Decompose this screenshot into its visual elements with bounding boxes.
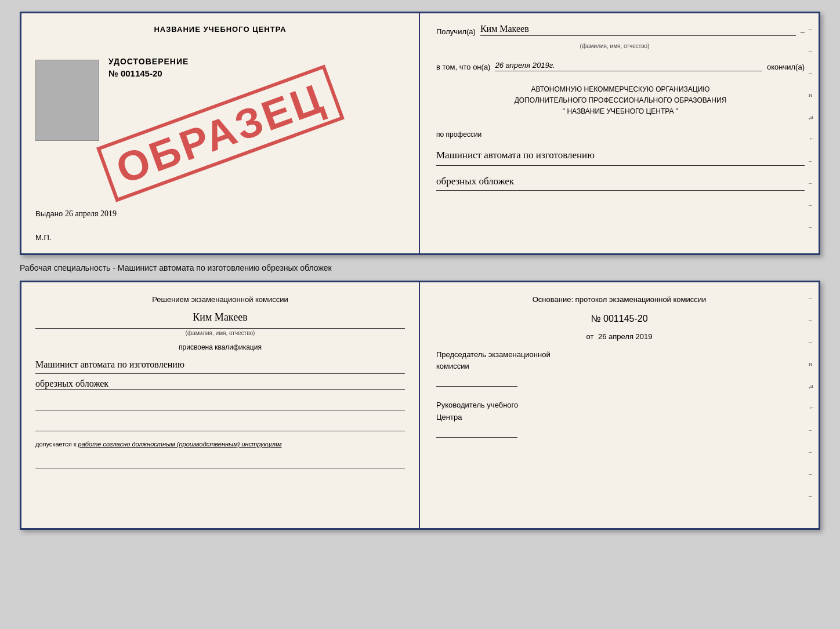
chairman-block: Председатель экзаменационной комиссии — [436, 349, 802, 387]
bottom-right-dashes: – – – и ,а ← – – – – — [809, 294, 815, 499]
received-row: Получил(а) Ким Макеев – — [436, 24, 805, 36]
date-ot: от — [586, 332, 593, 341]
org-block: АВТОНОМНУЮ НЕКОММЕРЧЕСКУЮ ОРГАНИЗАЦИЮ ДО… — [436, 84, 805, 118]
blank-line-short — [35, 457, 405, 468]
stamp-obrazec: ОБРАЗЕЦ — [96, 64, 344, 202]
cert-right-panel: Получил(а) Ким Макеев – (фамилия, имя, о… — [420, 13, 819, 253]
allowed-text-block: допускается к работе согласно должностны… — [35, 441, 405, 448]
date-label: в том, что он(а) — [436, 63, 490, 71]
manager-label1: Руководитель учебного — [436, 399, 802, 412]
bottom-certificate: Решением экзаменационной комиссии Ким Ма… — [20, 281, 820, 530]
issued-date-value: 26 апреля 2019 — [65, 209, 117, 218]
allowed-label: допускается к — [35, 441, 77, 448]
chairman-label1: Председатель экзаменационной — [436, 349, 802, 361]
commission-title: Решением экзаменационной комиссии — [35, 294, 405, 306]
allowed-text: работе согласно должностным (производств… — [78, 441, 282, 448]
qual-line1: Машинист автомата по изготовлению — [35, 356, 405, 374]
cert-bottom-left-panel: Решением экзаменационной комиссии Ким Ма… — [21, 282, 420, 528]
received-label: Получил(а) — [436, 27, 476, 36]
date-value: 26 апреля 2019г. — [495, 61, 555, 70]
blank-line-2 — [35, 417, 405, 431]
right-dashes: – – – и ,а ← – – – – — [809, 25, 815, 230]
photo-placeholder — [35, 60, 99, 141]
dash-after-name: – — [801, 27, 805, 36]
cert-number: № 001145-20 — [108, 68, 189, 78]
qual-line2: обрезных обложек — [35, 379, 405, 390]
top-certificate: НАЗВАНИЕ УЧЕБНОГО ЦЕНТРА УДОСТОВЕРЕНИЕ №… — [20, 12, 820, 255]
document-wrapper: НАЗВАНИЕ УЧЕБНОГО ЦЕНТРА УДОСТОВЕРЕНИЕ №… — [20, 12, 820, 530]
org-line2: ДОПОЛНИТЕЛЬНОГО ПРОФЕССИОНАЛЬНОГО ОБРАЗО… — [436, 95, 805, 106]
cert-mp: М.П. — [35, 233, 51, 242]
bottom-recipient-sublabel: (фамилия, имя, отчество) — [35, 328, 405, 336]
protocol-date: 26 апреля 2019 — [598, 332, 653, 341]
profession-label: по профессии — [436, 130, 805, 139]
org-line3: " НАЗВАНИЕ УЧЕБНОГО ЦЕНТРА " — [436, 106, 805, 117]
school-name-top: НАЗВАНИЕ УЧЕБНОГО ЦЕНТРА — [35, 25, 405, 34]
profession-line2: обрезных обложек — [436, 173, 805, 191]
date-row: в том, что он(а) 26 апреля 2019г. окончи… — [436, 61, 805, 71]
protocol-date-row: от 26 апреля 2019 — [436, 332, 802, 341]
middle-specialty-text: Рабочая специальность - Машинист автомат… — [20, 261, 820, 275]
blank-line-1 — [35, 397, 405, 410]
basis-title: Основание: протокол экзаменационной коми… — [436, 294, 802, 306]
recipient-name: Ким Макеев — [480, 24, 529, 34]
protocol-number: № 001145-20 — [436, 314, 802, 324]
cert-title-block: УДОСТОВЕРЕНИЕ № 001145-20 — [108, 57, 189, 78]
commission-title-text: Решением экзаменационной комиссии — [152, 295, 288, 304]
assigned-label: присвоена квалификация — [35, 343, 405, 351]
chairman-label2: комиссии — [436, 361, 802, 373]
manager-block: Руководитель учебного Центра — [436, 399, 802, 438]
issued-label: Выдано — [35, 209, 63, 218]
manager-signature-line — [436, 426, 517, 438]
cert-issued-date: Выдано 26 апреля 2019 — [35, 209, 117, 219]
finished-label: окончил(а) — [767, 63, 805, 71]
chairman-signature-line — [436, 375, 517, 387]
cert-left-panel: НАЗВАНИЕ УЧЕБНОГО ЦЕНТРА УДОСТОВЕРЕНИЕ №… — [21, 13, 420, 253]
cert-title: УДОСТОВЕРЕНИЕ — [108, 57, 189, 66]
manager-label2: Центра — [436, 412, 802, 424]
org-line1: АВТОНОМНУЮ НЕКОММЕРЧЕСКУЮ ОРГАНИЗАЦИЮ — [436, 84, 805, 95]
profession-line1: Машинист автомата по изготовлению — [436, 146, 805, 166]
recipient-sublabel: (фамилия, имя, отчество) — [436, 43, 805, 49]
bottom-recipient-name: Ким Макеев — [35, 311, 405, 323]
cert-bottom-right-panel: Основание: протокол экзаменационной коми… — [420, 282, 819, 528]
